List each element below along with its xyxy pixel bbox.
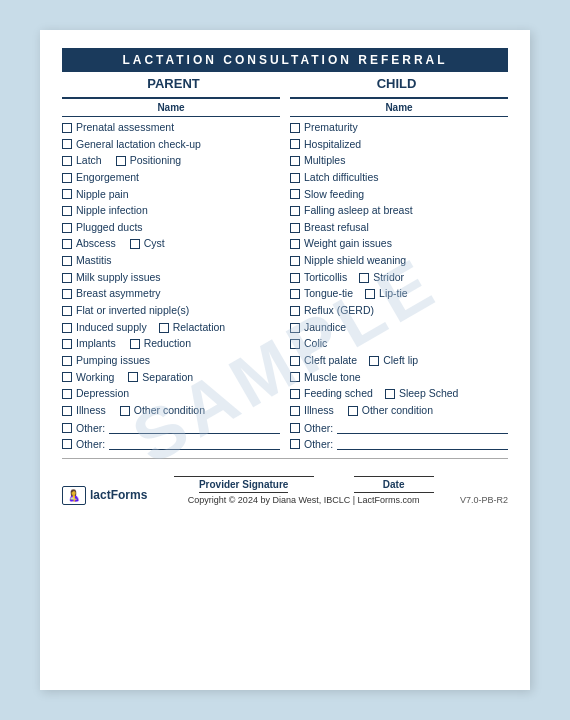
checkbox[interactable] (290, 339, 300, 349)
checkbox[interactable] (120, 406, 130, 416)
checkbox[interactable] (290, 306, 300, 316)
column-headers: PARENT CHILD (62, 76, 508, 91)
checkbox[interactable] (290, 139, 300, 149)
list-item: Latch difficulties (290, 171, 508, 185)
list-item: Nipple shield weaning (290, 254, 508, 268)
checkbox[interactable] (62, 389, 72, 399)
list-item: Cleft palate Cleft lip (290, 354, 508, 368)
footer-divider (62, 458, 508, 459)
list-item: Prenatal assessment (62, 121, 280, 135)
checkbox[interactable] (62, 239, 72, 249)
checkbox[interactable] (128, 372, 138, 382)
checkbox[interactable] (290, 289, 300, 299)
checkbox[interactable] (290, 389, 300, 399)
checkbox[interactable] (290, 173, 300, 183)
other-underline (109, 422, 280, 434)
other-underline (337, 422, 508, 434)
checkbox[interactable] (290, 189, 300, 199)
list-item: Engorgement (62, 171, 280, 185)
checkbox[interactable] (159, 323, 169, 333)
list-item: Milk supply issues (62, 271, 280, 285)
parent-name-label: Name (62, 99, 280, 117)
list-item: Slow feeding (290, 188, 508, 202)
checkbox[interactable] (290, 256, 300, 266)
list-item: Latch Positioning (62, 154, 280, 168)
header-bar: LACTATION CONSULTATION REFERRAL (62, 48, 508, 72)
parent-column: Name Prenatal assessment General lactati… (62, 97, 280, 450)
checkbox[interactable] (385, 389, 395, 399)
checkbox[interactable] (62, 289, 72, 299)
date-section: Date (354, 465, 434, 493)
checkbox[interactable] (290, 239, 300, 249)
checkbox[interactable] (365, 289, 375, 299)
checkbox[interactable] (290, 273, 300, 283)
parent-other-1: Other: (62, 422, 280, 434)
footer-center-block: Provider Signature Date Copyright © 2024… (147, 465, 460, 505)
checkbox[interactable] (290, 156, 300, 166)
checkbox[interactable] (116, 156, 126, 166)
checkbox[interactable] (290, 123, 300, 133)
checkbox[interactable] (290, 206, 300, 216)
other-underline (337, 438, 508, 450)
date-line (354, 465, 434, 477)
checkbox[interactable] (62, 439, 72, 449)
checkbox[interactable] (62, 139, 72, 149)
footer: 🤱 lactForms Provider Signature Date Copy… (62, 465, 508, 505)
list-item: Reflux (GERD) (290, 304, 508, 318)
signature-section: Provider Signature (174, 465, 314, 493)
checkbox[interactable] (62, 372, 72, 382)
checkbox[interactable] (290, 406, 300, 416)
list-item: Prematurity (290, 121, 508, 135)
sig-line (174, 465, 314, 477)
list-item: Implants Reduction (62, 337, 280, 351)
logo-icon: 🤱 (62, 486, 86, 505)
child-other-1: Other: (290, 422, 508, 434)
checkbox[interactable] (62, 156, 72, 166)
footer-logo: 🤱 lactForms (62, 486, 147, 505)
sig-label: Provider Signature (199, 479, 288, 493)
document-title: LACTATION CONSULTATION REFERRAL (122, 53, 447, 67)
child-name-label: Name (290, 99, 508, 117)
checkbox[interactable] (130, 239, 140, 249)
list-item: Falling asleep at breast (290, 204, 508, 218)
checkbox[interactable] (62, 256, 72, 266)
checkbox[interactable] (290, 439, 300, 449)
checkbox[interactable] (62, 306, 72, 316)
list-item: Feeding sched Sleep Sched (290, 387, 508, 401)
list-item: Multiples (290, 154, 508, 168)
version-text: V7.0-PB-R2 (460, 495, 508, 505)
checkbox[interactable] (62, 273, 72, 283)
checkbox[interactable] (290, 356, 300, 366)
checkbox[interactable] (62, 356, 72, 366)
checkbox[interactable] (62, 123, 72, 133)
checkbox[interactable] (290, 423, 300, 433)
list-item: Muscle tone (290, 371, 508, 385)
child-other-2: Other: (290, 438, 508, 450)
logo-text: lactForms (90, 488, 147, 502)
checkbox[interactable] (62, 423, 72, 433)
checkbox[interactable] (290, 372, 300, 382)
list-item: Jaundice (290, 321, 508, 335)
document-page: SAMPLE LACTATION CONSULTATION REFERRAL P… (40, 30, 530, 690)
checkbox[interactable] (359, 273, 369, 283)
list-item: Colic (290, 337, 508, 351)
checkbox[interactable] (62, 189, 72, 199)
checkbox[interactable] (348, 406, 358, 416)
list-item: Working Separation (62, 371, 280, 385)
checkbox[interactable] (62, 206, 72, 216)
checkbox[interactable] (130, 339, 140, 349)
checkbox[interactable] (290, 323, 300, 333)
checkbox[interactable] (62, 323, 72, 333)
checkbox[interactable] (62, 223, 72, 233)
checkbox[interactable] (369, 356, 379, 366)
list-item: Induced supply Relactation (62, 321, 280, 335)
parent-other-2: Other: (62, 438, 280, 450)
list-item: Tongue-tie Lip-tie (290, 287, 508, 301)
list-item: Depression (62, 387, 280, 401)
list-item: Breast asymmetry (62, 287, 280, 301)
checkbox[interactable] (290, 223, 300, 233)
checkbox[interactable] (62, 406, 72, 416)
list-item: Illness Other condition (290, 404, 508, 418)
checkbox[interactable] (62, 339, 72, 349)
checkbox[interactable] (62, 173, 72, 183)
